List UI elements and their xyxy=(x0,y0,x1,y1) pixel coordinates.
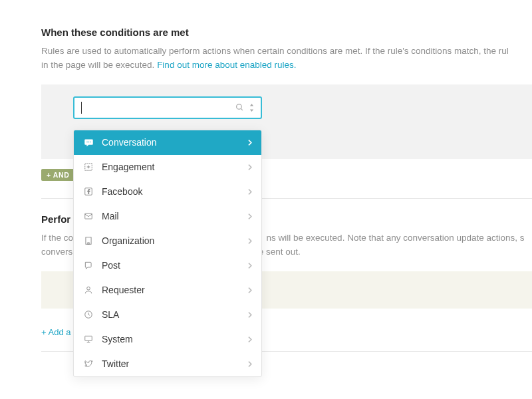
condition-dropdown: ConversationEngagementFacebookMailOrgani… xyxy=(73,130,262,377)
plus-box-icon xyxy=(83,162,94,172)
add-and-condition-button[interactable]: + AND xyxy=(41,169,74,181)
svg-point-2 xyxy=(86,142,88,143)
chevron-right-icon xyxy=(247,287,252,294)
chevron-right-icon xyxy=(247,311,252,319)
dropdown-item-requester[interactable]: Requester xyxy=(74,278,261,303)
chevron-right-icon xyxy=(247,164,252,171)
clock-icon xyxy=(83,310,94,319)
dropdown-item-post[interactable]: Post xyxy=(74,253,261,278)
mail-icon xyxy=(83,211,94,221)
actions-desc-1a: If the co xyxy=(41,233,73,243)
facebook-icon xyxy=(83,187,94,196)
chevron-right-icon xyxy=(247,188,252,196)
svg-rect-9 xyxy=(85,213,92,219)
add-action-link[interactable]: + Add a xyxy=(41,327,70,337)
person-icon xyxy=(83,285,94,295)
conditions-heading: When these conditions are met xyxy=(41,27,532,38)
dropdown-item-label: Post xyxy=(102,260,239,271)
svg-rect-10 xyxy=(86,237,91,245)
chevron-right-icon xyxy=(247,213,252,220)
actions-desc-1b: ns will be executed. Note that any conve… xyxy=(267,233,525,243)
dropdown-item-label: SLA xyxy=(102,309,239,320)
dropdown-item-label: Organization xyxy=(102,235,239,246)
svg-line-1 xyxy=(241,108,243,110)
dropdown-item-label: Engagement xyxy=(102,162,239,172)
learn-more-link[interactable]: Find out more about enabled rules. xyxy=(157,60,296,70)
dropdown-item-label: Twitter xyxy=(102,358,239,369)
dropdown-item-label: Facebook xyxy=(102,186,239,197)
svg-rect-17 xyxy=(88,243,89,244)
chevron-right-icon xyxy=(247,237,252,245)
chevron-right-icon xyxy=(247,360,252,368)
dropdown-item-facebook[interactable]: Facebook xyxy=(74,180,261,204)
text-cursor xyxy=(81,102,82,114)
search-icon xyxy=(235,103,244,112)
dropdown-item-label: System xyxy=(102,334,239,344)
building-icon xyxy=(83,236,94,245)
updown-caret-icon xyxy=(249,104,254,112)
svg-rect-20 xyxy=(85,336,92,341)
dropdown-item-twitter[interactable]: Twitter xyxy=(74,352,261,376)
dropdown-item-label: Mail xyxy=(102,211,239,221)
chat-icon xyxy=(83,138,94,148)
post-icon xyxy=(83,261,94,270)
svg-point-3 xyxy=(88,142,89,143)
conditions-description: Rules are used to automatically perform … xyxy=(41,45,532,72)
dropdown-item-engagement[interactable]: Engagement xyxy=(74,155,261,180)
dropdown-item-sla[interactable]: SLA xyxy=(74,303,261,327)
chevron-right-icon xyxy=(247,336,252,343)
conditions-desc-text-1: Rules are used to automatically perform … xyxy=(41,46,509,56)
svg-point-18 xyxy=(87,287,90,291)
svg-point-4 xyxy=(90,142,91,143)
twitter-icon xyxy=(83,359,94,368)
condition-search-input[interactable] xyxy=(73,96,262,119)
svg-point-0 xyxy=(237,104,242,110)
dropdown-item-label: Conversation xyxy=(102,137,239,148)
conditions-desc-text-2: in the page will be executed. xyxy=(41,60,157,70)
dropdown-item-label: Requester xyxy=(102,285,239,295)
dropdown-item-system[interactable]: System xyxy=(74,327,261,352)
chevron-right-icon xyxy=(247,262,252,269)
dropdown-item-mail[interactable]: Mail xyxy=(74,204,261,229)
dropdown-item-conversation[interactable]: Conversation xyxy=(74,130,261,155)
actions-desc-2a: convers xyxy=(41,247,72,257)
conditions-panel: ConversationEngagementFacebookMailOrgani… xyxy=(41,84,532,159)
dropdown-item-organization[interactable]: Organization xyxy=(74,229,261,253)
monitor-icon xyxy=(83,334,94,344)
chevron-right-icon xyxy=(247,139,252,146)
